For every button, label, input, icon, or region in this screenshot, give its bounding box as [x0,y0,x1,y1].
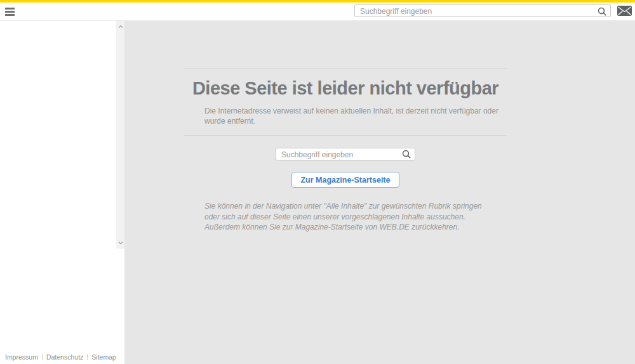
hamburger-icon [5,8,15,10]
divider-top [184,68,507,69]
sidebar-footer: Impressum Datenschutz Sitemap [5,353,116,361]
main-area: Impressum Datenschutz Sitemap Diese Seit… [0,21,635,364]
top-header [0,3,635,21]
content-search-field [276,148,415,160]
button-row: Zur Magazine-Startseite [184,172,507,188]
header-search-input[interactable] [355,6,610,17]
chevron-up-icon[interactable] [118,25,123,29]
footer-link-datenschutz[interactable]: Datenschutz [46,353,83,361]
footer-link-sitemap[interactable]: Sitemap [91,353,116,361]
chevron-down-icon[interactable] [118,241,123,245]
hint-text: Sie können in der Navigation unter "Alle… [204,201,498,233]
menu-button[interactable] [5,6,15,17]
footer-link-impressum[interactable]: Impressum [5,353,38,361]
divider-bottom [184,135,507,136]
sidebar: Impressum Datenschutz Sitemap [0,21,116,364]
error-column: Diese Seite ist leider nicht verfügbar D… [184,21,507,233]
page-title: Diese Seite ist leider nicht verfügbar [184,78,507,98]
footer-separator [87,354,88,360]
content-area: Diese Seite ist leider nicht verfügbar D… [124,21,635,364]
error-description: Die Internetadresse verweist auf keinen … [204,106,508,126]
search-icon[interactable] [401,149,411,159]
sidebar-scrollbar[interactable] [116,21,124,364]
content-search-input[interactable] [276,149,415,160]
scrollbar-track[interactable] [116,21,124,249]
mail-icon[interactable] [617,6,632,16]
footer-separator [42,354,43,360]
header-search-field [354,4,611,17]
magazine-home-button[interactable]: Zur Magazine-Startseite [291,172,399,188]
search-icon[interactable] [597,6,607,16]
